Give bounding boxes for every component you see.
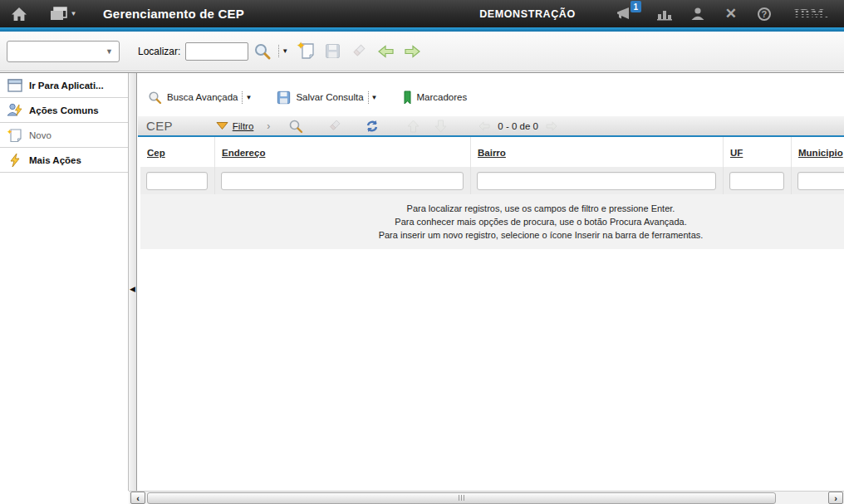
search-icon <box>253 42 272 61</box>
sidebar-splitter[interactable]: ◀ <box>128 73 137 491</box>
help-line: Para conhecer mais opções de procura, us… <box>140 215 844 228</box>
arrow-left-icon <box>478 120 491 132</box>
table-title: CEP <box>146 119 173 133</box>
lightning-icon <box>7 153 23 168</box>
arrow-right-icon <box>404 44 421 59</box>
clear-filter-button[interactable] <box>326 119 341 134</box>
bookmarks-label: Marcadores <box>417 92 468 102</box>
user-actions-icon <box>7 103 23 117</box>
help-icon: ? <box>758 7 771 21</box>
save-query-label: Salvar Consulta <box>296 92 363 102</box>
horizontal-scrollbar[interactable]: ‹ › <box>129 491 844 504</box>
quick-toolbar: ▼ Localizar: ▼ ✦ <box>0 32 844 71</box>
column-header-bairro[interactable]: Bairro <box>471 137 724 167</box>
page-title: Gerenciamento de CEP <box>103 7 244 21</box>
new-document-icon: ✦ <box>7 128 23 143</box>
bookmarks-button[interactable]: Marcadores <box>403 91 468 105</box>
divider <box>368 91 369 104</box>
ibm-logo: IBM. <box>794 6 829 22</box>
filter-input-municipio[interactable] <box>797 172 844 190</box>
next-page-button[interactable] <box>545 120 558 132</box>
divider <box>278 45 279 57</box>
reports-button[interactable] <box>654 0 675 27</box>
help-line: Para localizar registros, use os campos … <box>140 202 844 215</box>
filter-funnel-icon <box>216 121 228 130</box>
sidebar-item-go-to-application[interactable]: Ir Para Aplicati... <box>0 73 128 98</box>
find-search-button[interactable] <box>253 42 272 61</box>
find-input[interactable] <box>185 42 248 61</box>
filter-input-cep[interactable] <box>146 172 208 190</box>
bar-chart-icon <box>656 7 673 21</box>
chevron-down-icon[interactable]: ▼ <box>371 94 378 101</box>
advanced-search-button[interactable]: Busca Avançada ▼ <box>148 91 252 105</box>
scroll-right-button[interactable]: › <box>828 492 843 504</box>
arrow-right-icon <box>545 120 558 132</box>
next-record-button[interactable] <box>404 44 421 59</box>
filter-input-bairro[interactable] <box>477 172 716 190</box>
sidebar-item-label: Ações Comuns <box>29 105 99 115</box>
environment-label: DEMONSTRAÇÃO <box>479 8 576 20</box>
close-session-button[interactable]: ✕ <box>720 0 742 27</box>
search-options-caret[interactable]: ▼ <box>282 47 288 55</box>
sidebar-item-new[interactable]: ✦ Novo <box>0 123 128 148</box>
window-icon <box>7 79 23 92</box>
previous-page-button[interactable] <box>478 120 491 132</box>
chevron-down-icon: ▼ <box>71 10 77 17</box>
help-button[interactable]: ? <box>753 0 775 27</box>
search-icon <box>288 119 303 134</box>
advanced-search-label: Busca Avançada <box>167 92 238 102</box>
clear-changes-button[interactable] <box>350 43 366 60</box>
find-label: Localizar: <box>138 46 180 57</box>
column-header-cep[interactable]: Cep <box>140 137 215 167</box>
bookmark-icon <box>403 91 412 105</box>
save-query-button[interactable]: Salvar Consulta ▼ <box>277 91 377 105</box>
grip-icon <box>459 495 459 501</box>
table-search-button[interactable] <box>288 119 303 134</box>
profile-button[interactable] <box>687 0 709 27</box>
move-up-button[interactable] <box>406 120 420 133</box>
sidebar-item-common-actions[interactable]: Ações Comuns <box>0 98 128 123</box>
home-button[interactable] <box>5 0 33 27</box>
star-icon: ✦ <box>297 40 305 51</box>
goto-combobox[interactable]: ▼ <box>7 41 120 62</box>
user-icon <box>690 7 705 21</box>
collapse-sidebar-handle[interactable]: ◀ <box>129 282 136 296</box>
divider <box>242 91 243 104</box>
save-record-button[interactable] <box>325 43 341 59</box>
table-header-row: Cep Endereço Bairro UF Municipio <box>140 137 844 167</box>
grip-icon <box>464 495 464 501</box>
chevron-right-icon[interactable]: › <box>267 120 270 132</box>
scrollbar-thumb[interactable] <box>147 492 776 504</box>
new-record-button[interactable]: ✦ <box>300 43 316 59</box>
save-icon <box>325 43 341 59</box>
refresh-button[interactable] <box>365 120 380 133</box>
filter-input-uf[interactable] <box>729 172 784 190</box>
arrow-down-icon <box>434 120 448 133</box>
chevron-down-icon[interactable]: ▼ <box>245 94 252 101</box>
column-header-endereco[interactable]: Endereço <box>215 137 471 167</box>
actions-toolbar: Busca Avançada ▼ Salvar Consulta ▼ Marca… <box>148 87 492 107</box>
search-icon <box>148 91 162 105</box>
column-header-uf[interactable]: UF <box>724 137 792 167</box>
applications-menu-button[interactable]: ▼ <box>45 0 81 27</box>
move-down-button[interactable] <box>434 120 448 133</box>
filter-input-row <box>140 167 844 194</box>
previous-record-button[interactable] <box>377 44 395 59</box>
scroll-left-button[interactable]: ‹ <box>130 492 145 504</box>
eraser-icon <box>350 43 366 60</box>
empty-table-help: Para localizar registros, use os campos … <box>140 194 844 249</box>
announcements-button[interactable]: 1 <box>615 0 636 27</box>
help-line: Para inserir um novo registro, selecione… <box>140 228 844 242</box>
save-icon <box>277 91 291 105</box>
sidebar-item-label: Novo <box>29 130 52 140</box>
sidebar-item-more-actions[interactable]: Mais Ações <box>0 148 128 173</box>
sidebar-item-label: Ir Para Aplicati... <box>29 81 104 91</box>
sidebar: Ir Para Aplicati... Ações Comuns ✦ Novo <box>0 73 128 491</box>
close-icon: ✕ <box>725 5 737 22</box>
column-header-municipio[interactable]: Municipio <box>792 137 844 167</box>
filter-label: Filtro <box>233 121 254 131</box>
arrow-left-icon <box>377 44 395 59</box>
chevron-down-icon: ▼ <box>106 47 113 56</box>
filter-input-endereco[interactable] <box>221 172 464 190</box>
filter-toggle[interactable]: Filtro <box>216 121 254 131</box>
